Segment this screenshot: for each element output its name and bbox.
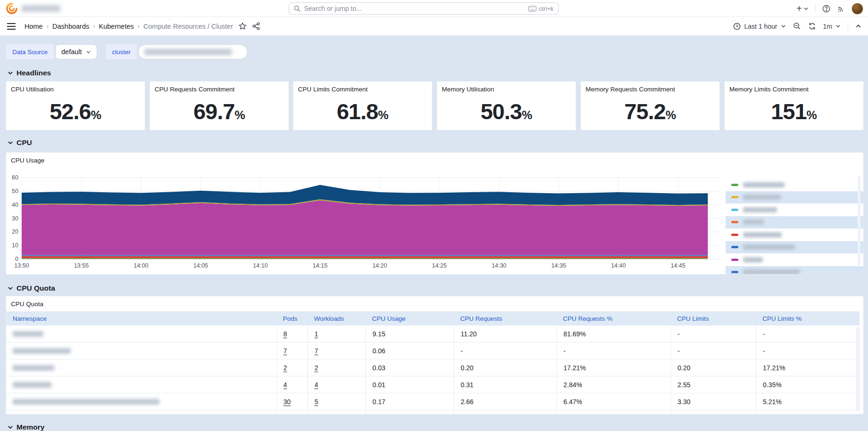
table-column-header[interactable]: CPU Limits % xyxy=(756,315,848,322)
help-button[interactable] xyxy=(822,5,830,13)
menu-toggle-button[interactable] xyxy=(7,23,16,30)
zoom-out-button[interactable] xyxy=(793,22,801,30)
refresh-button[interactable] xyxy=(808,22,816,30)
table-column-header[interactable]: Pods xyxy=(276,315,307,322)
refresh-interval-picker[interactable]: 1m xyxy=(823,23,841,30)
svg-text:13:55: 13:55 xyxy=(74,262,89,269)
table-cell-workloads[interactable]: 1 xyxy=(307,325,365,342)
new-menu-button[interactable]: + xyxy=(796,4,809,13)
breadcrumb-item[interactable]: Dashboards xyxy=(52,23,89,30)
table-cell-cpu_requests: 2.66 xyxy=(454,393,556,410)
stat-panel-title[interactable]: CPU Utilisation xyxy=(6,81,145,93)
table-column-header[interactable]: CPU Requests xyxy=(454,315,556,322)
section-header-headlines[interactable]: Headlines xyxy=(8,69,51,77)
namespace-cell[interactable] xyxy=(6,376,276,393)
datasource-variable-select[interactable]: default xyxy=(55,44,97,59)
stat-panel-title[interactable]: CPU Requests Commitment xyxy=(150,81,289,93)
chevron-down-icon xyxy=(8,424,13,430)
legend-item[interactable] xyxy=(726,228,864,241)
table-cell-cpu_limits: 2.55 xyxy=(670,376,756,393)
legend-item[interactable] xyxy=(726,241,864,254)
svg-text:14:10: 14:10 xyxy=(253,262,268,269)
table-link[interactable]: 5 xyxy=(314,398,318,406)
stat-value: 61.8% xyxy=(337,98,389,124)
table-row: 220.030.2017.21%0.2017.21% xyxy=(6,359,860,376)
breadcrumb-item[interactable]: Home xyxy=(25,23,43,30)
table-cell-workloads[interactable]: 5 xyxy=(307,393,365,410)
chart-series-series-magenta xyxy=(22,200,708,255)
legend-scrollbar[interactable] xyxy=(858,176,860,266)
table-link[interactable]: 2 xyxy=(314,364,318,372)
table-column-header[interactable]: CPU Limits xyxy=(670,315,756,322)
table-cell-empty xyxy=(6,410,276,415)
table-cell-cpu_usage: 0.17 xyxy=(365,393,454,410)
table-header-row: NamespacePodsWorkloadsCPU UsageCPU Reque… xyxy=(6,311,860,325)
namespace-cell[interactable] xyxy=(6,325,276,342)
legend-swatch xyxy=(731,234,738,236)
section-header-cpu-quota[interactable]: CPU Quota xyxy=(8,284,55,293)
chart-series-series-green xyxy=(22,258,708,259)
legend-label-redacted xyxy=(743,257,763,262)
table-value: 0.20 xyxy=(461,364,473,372)
stat-value: 50.3% xyxy=(480,98,532,124)
legend-item[interactable] xyxy=(726,253,864,266)
table-link[interactable]: 4 xyxy=(283,381,287,389)
table-cell-pods[interactable]: 2 xyxy=(276,359,307,376)
section-header-memory[interactable]: Memory xyxy=(8,423,44,431)
breadcrumb-item[interactable]: Kubernetes xyxy=(99,23,134,30)
table-value: 17.21% xyxy=(563,364,586,372)
user-avatar[interactable] xyxy=(851,3,863,15)
table-column-header[interactable]: Workloads xyxy=(307,315,365,322)
table-cell-workloads[interactable]: 2 xyxy=(307,359,365,376)
table-column-header[interactable]: CPU Requests % xyxy=(556,315,670,322)
legend-item[interactable] xyxy=(726,191,864,204)
legend-item[interactable] xyxy=(726,216,864,229)
table-column-header[interactable]: CPU Usage xyxy=(365,315,454,322)
search-input[interactable] xyxy=(304,5,525,12)
stat-panel-title[interactable]: Memory Utilisation xyxy=(437,81,576,93)
table-cell-pods[interactable]: 8 xyxy=(276,325,307,342)
table-value: 0.06 xyxy=(372,347,385,355)
collapse-toolbar-button[interactable] xyxy=(855,23,861,29)
table-cell-workloads[interactable]: 4 xyxy=(307,376,365,393)
table-link[interactable]: 1 xyxy=(314,330,318,338)
table-link[interactable]: 2 xyxy=(283,364,287,372)
stat-value: 52.6% xyxy=(50,98,101,124)
stat-panel: Memory Utilisation50.3% xyxy=(437,81,576,130)
legend-item[interactable] xyxy=(726,179,864,191)
stat-unit: % xyxy=(666,108,676,122)
table-scrollbar[interactable] xyxy=(856,327,860,411)
stat-panel-title[interactable]: Memory Requests Commitment xyxy=(581,81,719,93)
namespace-cell[interactable] xyxy=(6,359,276,376)
share-button[interactable] xyxy=(252,22,260,30)
news-button[interactable] xyxy=(837,5,845,13)
table-cell-pods[interactable]: 4 xyxy=(276,376,307,393)
panel-title[interactable]: CPU Quota xyxy=(11,301,43,308)
stat-value: 151% xyxy=(771,98,817,124)
cluster-variable-select[interactable] xyxy=(138,44,248,59)
stat-panel-title[interactable]: Memory Limits Commitment xyxy=(725,81,863,93)
rss-icon xyxy=(837,5,845,13)
table-cell-pods[interactable]: 7 xyxy=(276,342,307,359)
table-cell-cpu_limits_pct: 17.21% xyxy=(756,359,848,376)
namespace-cell[interactable] xyxy=(6,342,276,359)
section-header-cpu[interactable]: CPU xyxy=(8,138,32,147)
time-range-picker[interactable]: Last 1 hour xyxy=(733,23,785,30)
grafana-logo-icon[interactable] xyxy=(6,2,18,15)
table-link[interactable]: 8 xyxy=(283,330,287,338)
table-link[interactable]: 30 xyxy=(283,398,291,406)
favorite-button[interactable] xyxy=(239,22,247,30)
namespace-cell[interactable] xyxy=(6,393,276,410)
table-cell-workloads[interactable]: 7 xyxy=(307,342,365,359)
legend-item[interactable] xyxy=(726,266,864,275)
global-search[interactable]: ctrl+k xyxy=(289,2,559,15)
stat-panel-title[interactable]: CPU Limits Commitment xyxy=(293,81,432,93)
table-link[interactable]: 7 xyxy=(314,347,318,355)
table-value: - xyxy=(678,330,680,338)
table-column-header[interactable]: Namespace xyxy=(6,315,276,322)
legend-item[interactable] xyxy=(726,203,864,216)
table-link[interactable]: 7 xyxy=(283,347,287,355)
table-cell-pods[interactable]: 30 xyxy=(276,393,307,410)
table-link[interactable]: 4 xyxy=(314,381,318,389)
stat-unit: % xyxy=(378,108,389,122)
